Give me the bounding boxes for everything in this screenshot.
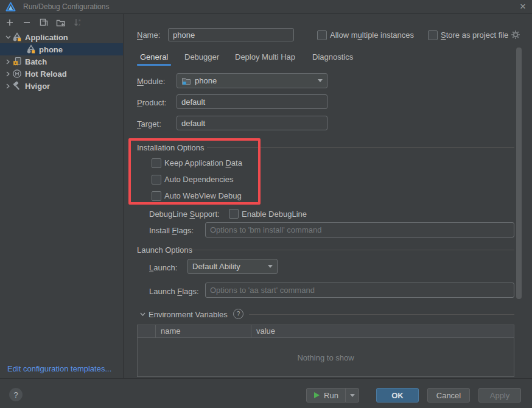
run-play-icon bbox=[313, 392, 320, 399]
module-label: Module: bbox=[137, 77, 165, 86]
launch-label: Launch: bbox=[149, 263, 177, 273]
chevron-down-icon bbox=[350, 394, 355, 397]
edit-configuration-templates-link[interactable]: Edit configuration templates... bbox=[7, 364, 111, 373]
configuration-form: Name: Allow multiple instances Store as … bbox=[124, 14, 532, 378]
tree-item-phone[interactable]: phone bbox=[0, 43, 123, 55]
run-debug-configurations-dialog: Run/Debug Configurations × a z bbox=[0, 0, 532, 408]
application-icon bbox=[12, 32, 22, 42]
chevron-right-icon[interactable] bbox=[4, 71, 12, 77]
install-flags-label: Install Flags: bbox=[149, 226, 194, 236]
name-input[interactable] bbox=[168, 28, 294, 41]
store-as-project-file-checkbox[interactable] bbox=[428, 30, 438, 40]
tab-deploy-multi-hap[interactable]: Deploy Multi Hap bbox=[235, 52, 295, 62]
auto-dependencies-label: Auto Dependencies bbox=[164, 175, 233, 185]
auto-webview-debug-checkbox[interactable] bbox=[152, 191, 161, 201]
deveco-logo-icon bbox=[5, 2, 16, 12]
allow-multiple-instances-checkbox[interactable] bbox=[317, 30, 327, 40]
chevron-right-icon[interactable] bbox=[4, 59, 12, 65]
ok-button[interactable]: OK bbox=[376, 388, 419, 403]
run-button[interactable]: Run bbox=[306, 388, 346, 403]
keep-application-data-checkbox[interactable] bbox=[152, 158, 161, 168]
run-button-label: Run bbox=[324, 391, 338, 400]
enable-debugline-checkbox[interactable] bbox=[229, 209, 239, 219]
section-divider bbox=[249, 314, 514, 315]
selected-tab-indicator bbox=[137, 64, 171, 66]
product-input[interactable] bbox=[177, 94, 327, 109]
target-input[interactable] bbox=[177, 116, 327, 130]
hvigor-hammer-icon bbox=[12, 81, 22, 91]
tab-general[interactable]: General bbox=[140, 52, 168, 62]
tab-diagnostics[interactable]: Diagnostics bbox=[312, 52, 353, 62]
launch-flags-label: Launch Flags: bbox=[149, 287, 199, 297]
chevron-down-icon[interactable] bbox=[4, 35, 12, 39]
section-divider bbox=[207, 147, 514, 148]
apply-button[interactable]: Apply bbox=[478, 388, 521, 403]
sidebar-toolbar: a z bbox=[5, 18, 83, 27]
application-icon bbox=[26, 44, 36, 54]
copy-configuration-icon[interactable] bbox=[39, 18, 49, 27]
module-value: phone bbox=[195, 76, 217, 85]
title-bar: Run/Debug Configurations × bbox=[0, 0, 532, 14]
add-configuration-icon[interactable] bbox=[5, 18, 15, 27]
name-label: Name: bbox=[137, 30, 160, 40]
launch-options-title: Launch Options bbox=[137, 245, 192, 255]
store-as-project-file-label: Store as project file bbox=[441, 30, 508, 40]
configurations-tree: Application phone bbox=[0, 31, 123, 92]
batch-icon bbox=[12, 57, 22, 66]
auto-dependencies-checkbox[interactable] bbox=[152, 175, 161, 185]
enable-debugline-label: Enable DebugLine bbox=[242, 209, 307, 219]
close-icon[interactable]: × bbox=[520, 0, 526, 13]
hot-reload-icon bbox=[12, 69, 22, 79]
svg-text:z: z bbox=[79, 23, 80, 26]
chevron-down-icon bbox=[318, 79, 323, 82]
window-title: Run/Debug Configurations bbox=[23, 2, 109, 11]
chevron-down-icon bbox=[268, 265, 273, 268]
gear-icon[interactable] bbox=[511, 30, 520, 40]
target-label: Target: bbox=[137, 119, 161, 129]
table-header: name value bbox=[138, 325, 514, 338]
allow-multiple-instances-label: Allow multiple instances bbox=[330, 30, 414, 40]
environment-variables-title: Environment Variables bbox=[149, 310, 228, 320]
tree-item-label: Batch bbox=[25, 57, 47, 66]
tree-item-label: phone bbox=[39, 45, 63, 54]
keep-application-data-label: Keep Application Data bbox=[164, 158, 242, 168]
dialog-footer: ? Run OK Cancel Apply bbox=[0, 378, 532, 408]
svg-text:a: a bbox=[79, 18, 81, 22]
tree-item-hvigor[interactable]: Hvigor bbox=[0, 80, 123, 92]
vertical-scrollbar[interactable] bbox=[516, 47, 522, 299]
help-button[interactable]: ? bbox=[9, 388, 23, 401]
sort-alphabetically-icon[interactable]: a z bbox=[73, 18, 83, 27]
configurations-sidebar: a z Application bbox=[0, 14, 124, 378]
table-empty-message: Nothing to show bbox=[138, 338, 514, 377]
chevron-down-icon[interactable] bbox=[138, 312, 147, 316]
module-folder-icon bbox=[181, 76, 191, 86]
help-icon[interactable]: ? bbox=[233, 309, 243, 319]
cancel-button[interactable]: Cancel bbox=[427, 388, 470, 403]
new-folder-icon[interactable] bbox=[56, 18, 66, 27]
run-options-dropdown-button[interactable] bbox=[345, 388, 359, 403]
chevron-right-icon[interactable] bbox=[4, 83, 12, 89]
tree-item-label: Hvigor bbox=[25, 82, 50, 91]
launch-flags-input[interactable] bbox=[205, 283, 514, 298]
install-flags-input[interactable] bbox=[205, 222, 514, 237]
module-dropdown[interactable]: phone bbox=[177, 73, 327, 88]
table-header-value: value bbox=[251, 325, 514, 337]
remove-configuration-icon[interactable] bbox=[22, 18, 32, 27]
table-header-name: name bbox=[156, 325, 251, 337]
product-label: Product: bbox=[137, 98, 166, 108]
tree-item-batch[interactable]: Batch bbox=[0, 55, 123, 68]
section-divider bbox=[189, 250, 514, 250]
environment-variables-table[interactable]: name value Nothing to show bbox=[137, 325, 514, 377]
launch-value: Default Ability bbox=[192, 262, 240, 271]
tree-item-label: Application bbox=[25, 33, 68, 42]
tree-item-application[interactable]: Application bbox=[0, 31, 123, 43]
table-header-empty bbox=[138, 325, 156, 337]
tree-item-label: Hot Reload bbox=[25, 69, 67, 79]
debugline-support-label: DebugLine Support: bbox=[149, 209, 220, 219]
tree-item-hot-reload[interactable]: Hot Reload bbox=[0, 68, 123, 80]
installation-options-title: Installation Options bbox=[137, 143, 205, 153]
auto-webview-debug-label: Auto WebView Debug bbox=[164, 191, 242, 201]
tab-debugger[interactable]: Debugger bbox=[184, 52, 219, 62]
launch-dropdown[interactable]: Default Ability bbox=[187, 259, 278, 274]
